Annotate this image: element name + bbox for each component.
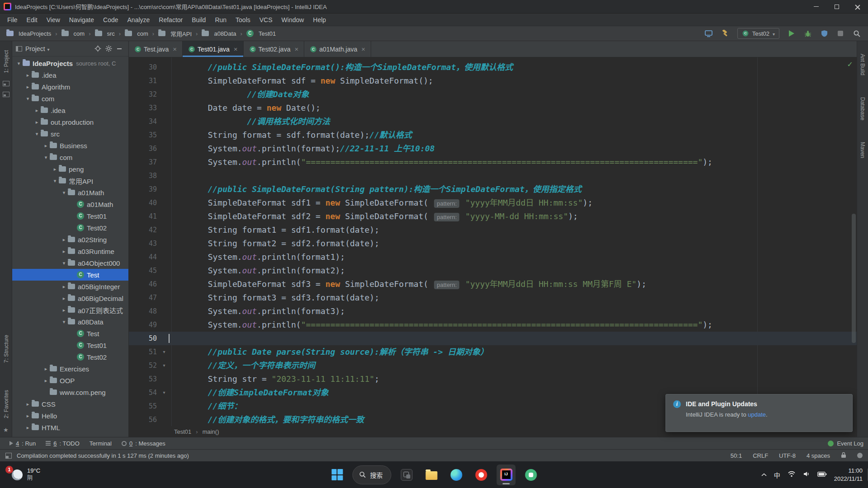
menu-item-window[interactable]: Window <box>277 14 309 26</box>
tree-item-a01Math[interactable]: a01Math <box>12 198 128 210</box>
battery-icon[interactable] <box>817 471 827 478</box>
code-line-38[interactable]: 38 <box>129 169 857 183</box>
inspection-profile-icon[interactable] <box>857 453 863 458</box>
stripe-button-maven[interactable]: Maven <box>859 142 866 158</box>
taskbar-search[interactable]: 搜索 <box>353 465 392 484</box>
breadcrumb-src[interactable]: src <box>94 29 116 38</box>
preview-monitor-icon[interactable] <box>703 28 715 39</box>
tab-Test.java[interactable]: Test.java <box>129 41 183 57</box>
event-log-button[interactable]: Event Log <box>828 440 863 447</box>
tree-item-Test01[interactable]: Test01 <box>12 339 128 351</box>
tab-close-icon[interactable] <box>234 46 238 52</box>
code-line-35[interactable]: 35 String format = sdf.format(date);//默认… <box>129 128 857 142</box>
favorites-star-icon[interactable] <box>3 427 9 433</box>
line-number[interactable]: 51 <box>129 345 160 359</box>
code-line-29[interactable]: 29 // <box>129 57 857 61</box>
tree-right-arrow-icon[interactable]: ▸ <box>24 84 32 90</box>
tree-down-arrow-icon[interactable]: ▾ <box>60 319 68 325</box>
tree-item-IdeaProjects[interactable]: ▾IdeaProjectssources root, C <box>12 57 128 69</box>
tray-chevron-up-icon[interactable] <box>761 471 767 478</box>
tool-window-icon[interactable] <box>3 81 9 86</box>
start-button[interactable] <box>328 465 347 485</box>
code-line-41[interactable]: 41 SimpleDateFormat sdf2 = new SimpleDat… <box>129 210 857 223</box>
edge-browser-button[interactable] <box>447 465 466 485</box>
tree-item-a06BigDecimal[interactable]: ▸a06BigDecimal <box>12 292 128 304</box>
tree-down-arrow-icon[interactable]: ▾ <box>60 260 68 266</box>
weather-widget[interactable]: 1 19°C 阴 <box>5 461 44 488</box>
tree-right-arrow-icon[interactable]: ▸ <box>60 307 68 313</box>
code-line-49[interactable]: 49 System.out.println("=================… <box>129 318 857 332</box>
line-number[interactable]: 47 <box>129 291 160 305</box>
tree-right-arrow-icon[interactable]: ▸ <box>42 378 50 384</box>
line-number[interactable]: 29 <box>129 57 160 61</box>
tree-item-a03Runtime[interactable]: ▸a03Runtime <box>12 245 128 257</box>
tree-right-arrow-icon[interactable]: ▸ <box>42 143 50 149</box>
line-number[interactable]: 40 <box>129 196 160 210</box>
code-line-36[interactable]: 36 System.out.println(format);//22-11-11… <box>129 142 857 155</box>
line-number[interactable]: 50 <box>129 332 160 345</box>
tree-down-arrow-icon[interactable]: ▾ <box>60 190 68 196</box>
toolwindow-switcher-icon[interactable] <box>5 453 12 459</box>
green-app-button[interactable] <box>522 465 541 485</box>
line-number[interactable]: 42 <box>129 223 160 237</box>
tab-close-icon[interactable] <box>361 46 365 52</box>
tree-down-arrow-icon[interactable]: ▾ <box>51 178 59 184</box>
menu-item-vcs[interactable]: VCS <box>255 14 277 26</box>
debug-button[interactable] <box>802 28 814 39</box>
stripe-button-ant-build[interactable]: Ant Build <box>859 54 866 75</box>
tree-right-arrow-icon[interactable]: ▸ <box>60 284 68 290</box>
toolwindow-button-run[interactable]: 4: Run <box>5 437 41 449</box>
stripe-button-project[interactable]: 1: Project <box>3 50 9 73</box>
file-encoding[interactable]: UTF-8 <box>779 452 796 459</box>
tree-item-a07正则表达式[interactable]: ▸a07正则表达式 <box>12 304 128 316</box>
tree-item-Algorithm[interactable]: ▸Algorithm <box>12 81 128 93</box>
breadcrumb-com[interactable]: com <box>124 29 149 38</box>
breadcrumb-file[interactable]: Test01 <box>174 428 191 435</box>
code-line-48[interactable]: 48 System.out.println(format3); <box>129 305 857 318</box>
tree-right-arrow-icon[interactable]: ▸ <box>24 401 32 407</box>
tab-Test02.java[interactable]: Test02.java <box>244 41 305 57</box>
line-number[interactable]: 31 <box>129 74 160 88</box>
line-number[interactable]: 43 <box>129 237 160 250</box>
locate-file-icon[interactable] <box>92 45 103 52</box>
code-line-34[interactable]: 34 //调用格式化时间方法 <box>129 115 857 128</box>
code-line-44[interactable]: 44 System.out.println(format1); <box>129 250 857 264</box>
tree-down-arrow-icon[interactable]: ▾ <box>15 61 23 66</box>
ime-indicator[interactable]: 中 <box>774 470 780 479</box>
menu-item-edit[interactable]: Edit <box>22 14 42 26</box>
hide-panel-icon[interactable] <box>114 48 125 49</box>
status-message[interactable]: Compilation completed successfully in 1 … <box>17 452 189 459</box>
project-panel-title[interactable]: Project <box>25 45 45 52</box>
tree-item-.idea[interactable]: ▸.idea <box>12 104 128 116</box>
tree-item-常用API[interactable]: ▾常用API <box>12 175 128 187</box>
stop-button[interactable] <box>835 28 846 39</box>
line-number[interactable]: 52 <box>129 359 160 372</box>
indent-size[interactable]: 4 spaces <box>807 452 830 459</box>
tree-item-CSS[interactable]: ▸CSS <box>12 398 128 410</box>
code-line-31[interactable]: 31 SimpleDateFormat sdf = new SimpleDate… <box>129 74 857 88</box>
menu-item-refactor[interactable]: Refactor <box>154 14 187 26</box>
tree-item-com[interactable]: ▾com <box>12 93 128 104</box>
line-number[interactable]: 54 <box>129 386 160 399</box>
tool-window-icon[interactable] <box>3 92 9 97</box>
code-line-50[interactable]: 50 <box>129 332 857 345</box>
line-number[interactable]: 44 <box>129 250 160 264</box>
tree-item-a04Object000[interactable]: ▾a04Object000 <box>12 257 128 269</box>
tree-item-Exercises[interactable]: ▸Exercises <box>12 363 128 375</box>
menu-item-view[interactable]: View <box>42 14 65 26</box>
line-number[interactable]: 38 <box>129 169 160 183</box>
tree-item-OOP[interactable]: ▸OOP <box>12 375 128 386</box>
editor-scrollbar[interactable] <box>852 214 856 343</box>
code-line-52[interactable]: 52▾ //定义，一个字符串表示时间 <box>129 359 857 372</box>
tab-close-icon[interactable] <box>173 46 177 52</box>
menu-item-help[interactable]: Help <box>308 14 330 26</box>
stripe-button-database[interactable]: Database <box>859 97 866 120</box>
tree-item-peng[interactable]: ▸peng <box>12 163 128 175</box>
menu-item-run[interactable]: Run <box>210 14 231 26</box>
inspections-ok-icon[interactable] <box>847 60 853 69</box>
tree-item-.idea[interactable]: ▸.idea <box>12 69 128 81</box>
code-line-42[interactable]: 42 String format1 = sdf1.format(date); <box>129 223 857 237</box>
tree-right-arrow-icon[interactable]: ▸ <box>33 119 41 125</box>
line-number[interactable]: 37 <box>129 155 160 169</box>
line-number[interactable]: 34 <box>129 115 160 128</box>
